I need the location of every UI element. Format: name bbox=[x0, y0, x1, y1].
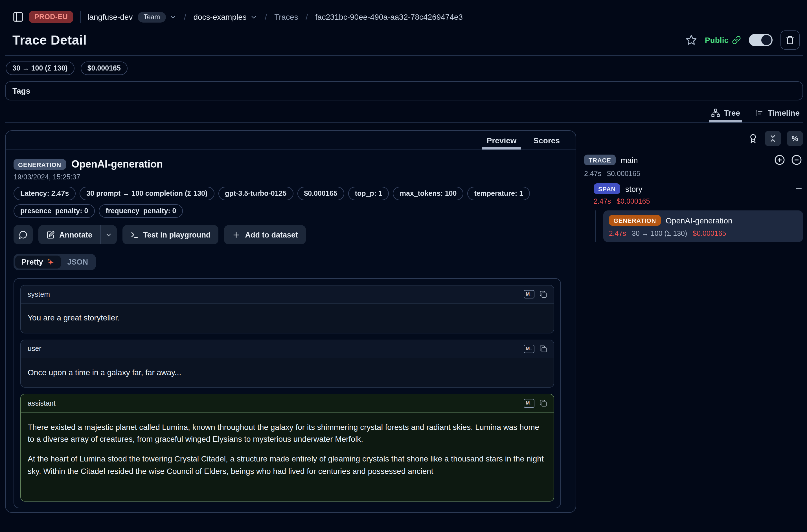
breadcrumb-trace-id: fac231bc-90ee-490a-aa32-78c4269474e3 bbox=[315, 13, 463, 21]
chevron-down-icon bbox=[105, 231, 112, 239]
observation-body: GENERATION OpenAI-generation 19/03/2024,… bbox=[6, 150, 576, 509]
trace-cost-badge: $0.000165 bbox=[81, 61, 128, 75]
observation-type-badge: GENERATION bbox=[14, 159, 66, 170]
messages-container: system M↓ You are a great storyteller. bbox=[14, 278, 561, 509]
span-type-badge: SPAN bbox=[594, 183, 620, 194]
message-card-system: system M↓ You are a great storyteller. bbox=[20, 285, 554, 333]
collapse-tree-button[interactable] bbox=[790, 153, 803, 167]
message-role: user bbox=[27, 345, 41, 353]
environment-badge: PROD-EU bbox=[29, 11, 73, 23]
add-to-dataset-button[interactable]: Add to dataset bbox=[224, 225, 306, 244]
award-icon bbox=[748, 134, 758, 143]
public-link[interactable]: Public bbox=[705, 36, 741, 44]
tags-label: Tags bbox=[13, 86, 30, 95]
metrics-percent-button[interactable]: % bbox=[787, 131, 803, 146]
pretty-label: Pretty bbox=[21, 258, 43, 266]
comment-button[interactable] bbox=[14, 225, 33, 244]
view-tabs: Tree Timeline bbox=[5, 108, 803, 122]
trace-usage-badge: 30 → 100 (Σ 130) bbox=[6, 61, 75, 75]
tab-tree[interactable]: Tree bbox=[711, 108, 740, 122]
public-label: Public bbox=[705, 36, 729, 44]
temperature-badge: temperature: 1 bbox=[467, 187, 530, 200]
copy-button[interactable] bbox=[540, 400, 547, 407]
trace-tree-sidebar: % TRACE main 2.47s $0.000165 SPAN story bbox=[584, 130, 803, 513]
span-collapse-button[interactable] bbox=[794, 185, 803, 193]
message-paragraph: Once upon a time in a galaxy far, far aw… bbox=[27, 367, 547, 379]
markdown-toggle-button[interactable]: M↓ bbox=[523, 290, 534, 299]
test-in-playground-button[interactable]: Test in playground bbox=[122, 225, 219, 244]
message-card-user: user M↓ Once upon a time in a galaxy far… bbox=[20, 339, 554, 387]
tab-scores[interactable]: Scores bbox=[532, 131, 561, 150]
message-paragraph: At the heart of Lumina stood the towerin… bbox=[27, 453, 547, 478]
scores-award-button[interactable] bbox=[747, 133, 759, 145]
observation-header: GENERATION OpenAI-generation bbox=[14, 158, 564, 170]
trace-name: main bbox=[621, 155, 638, 165]
generation-cost: $0.000165 bbox=[693, 230, 726, 238]
generation-node-row: GENERATION OpenAI-generation bbox=[609, 215, 797, 226]
title-row: Trace Detail Public bbox=[5, 25, 803, 50]
generation-node-selected[interactable]: GENERATION OpenAI-generation 2.47s 30 → … bbox=[603, 210, 803, 242]
trace-badges: 30 → 100 (Σ 130) $0.000165 bbox=[6, 61, 803, 75]
copy-button[interactable] bbox=[540, 290, 547, 298]
sparkles-icon bbox=[46, 258, 55, 266]
breadcrumb-project[interactable]: docs-examples bbox=[193, 13, 246, 21]
annotate-button[interactable]: Annotate bbox=[38, 225, 100, 244]
tab-timeline[interactable]: Timeline bbox=[755, 108, 800, 122]
breadcrumb-separator: / bbox=[182, 12, 188, 22]
format-toggle: Pretty JSON bbox=[14, 254, 96, 270]
trace-node[interactable]: TRACE main bbox=[584, 153, 803, 167]
message-tools: M↓ bbox=[523, 344, 547, 353]
tab-tree-label: Tree bbox=[724, 108, 740, 117]
span-node[interactable]: SPAN story bbox=[594, 183, 803, 194]
breadcrumb-divider bbox=[80, 11, 81, 23]
panel-left-icon bbox=[13, 11, 24, 23]
tags-box[interactable]: Tags bbox=[5, 81, 803, 100]
breadcrumb-traces-link[interactable]: Traces bbox=[274, 13, 298, 21]
span-metrics: 2.47s $0.000165 bbox=[594, 197, 803, 205]
trash-icon bbox=[786, 36, 794, 44]
copy-icon bbox=[540, 400, 547, 407]
trace-detail-page: PROD-EU langfuse-dev Team / docs-example… bbox=[0, 0, 807, 532]
breadcrumb: PROD-EU langfuse-dev Team / docs-example… bbox=[5, 0, 803, 25]
sidebar-toggle-button[interactable] bbox=[13, 11, 24, 23]
tree-toolbar: % bbox=[584, 131, 803, 146]
copy-button[interactable] bbox=[540, 345, 547, 353]
copy-icon bbox=[540, 345, 547, 353]
delete-trace-button[interactable] bbox=[781, 31, 800, 50]
copy-icon bbox=[540, 290, 547, 298]
collapse-all-button[interactable] bbox=[765, 131, 781, 146]
message-role: assistant bbox=[27, 399, 56, 407]
breadcrumb-separator: / bbox=[262, 12, 269, 22]
expand-all-button[interactable] bbox=[773, 153, 786, 167]
annotate-dropdown-button[interactable] bbox=[101, 225, 116, 244]
generation-metrics: 2.47s 30 → 100 (Σ 130) $0.000165 bbox=[609, 230, 797, 238]
token-usage-badge: 30 prompt → 100 completion (Σ 130) bbox=[79, 187, 214, 200]
message-card-assistant: assistant M↓ There existed a majestic pl… bbox=[20, 394, 554, 502]
breadcrumb-org[interactable]: langfuse-dev bbox=[88, 13, 133, 21]
chevron-down-icon[interactable] bbox=[250, 13, 257, 21]
generation-latency: 2.47s bbox=[609, 230, 626, 238]
model-badge: gpt-3.5-turbo-0125 bbox=[218, 187, 293, 200]
frequency-penalty-badge: frequency_penalty: 0 bbox=[99, 204, 183, 218]
add-to-dataset-label: Add to dataset bbox=[245, 230, 298, 239]
markdown-toggle-button[interactable]: M↓ bbox=[523, 399, 534, 407]
message-content: Once upon a time in a galaxy far, far aw… bbox=[21, 358, 553, 387]
top-p-badge: top_p: 1 bbox=[348, 187, 389, 200]
pretty-toggle[interactable]: Pretty bbox=[15, 255, 61, 268]
json-toggle[interactable]: JSON bbox=[61, 255, 95, 268]
generation-type-badge: GENERATION bbox=[609, 215, 660, 226]
markdown-toggle-button[interactable]: M↓ bbox=[523, 344, 534, 353]
org-type-badge: Team bbox=[138, 12, 166, 22]
message-paragraph: There existed a majestic planet called L… bbox=[27, 421, 547, 446]
generation-name: OpenAI-generation bbox=[665, 216, 732, 225]
public-visibility-toggle[interactable] bbox=[749, 34, 773, 46]
tab-timeline-label: Timeline bbox=[768, 108, 800, 117]
chevron-down-icon[interactable] bbox=[169, 13, 176, 21]
toggle-knob bbox=[761, 35, 771, 45]
zoom-controls bbox=[773, 153, 803, 167]
tab-preview[interactable]: Preview bbox=[486, 131, 518, 150]
star-icon bbox=[686, 34, 697, 46]
view-tabs-divider bbox=[5, 122, 803, 123]
bookmark-star-button[interactable] bbox=[686, 34, 697, 46]
message-content: There existed a majestic planet called L… bbox=[21, 413, 553, 501]
